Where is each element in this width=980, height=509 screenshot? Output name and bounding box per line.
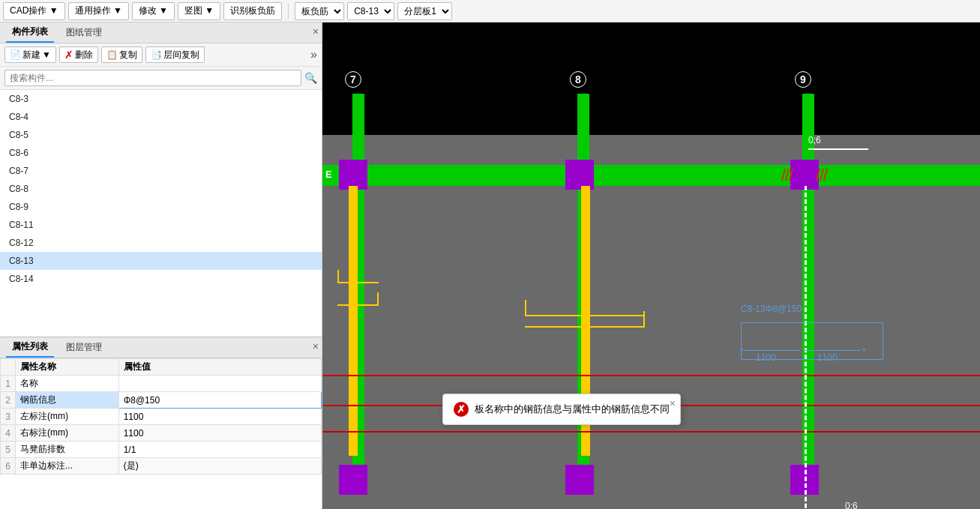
modify-btn[interactable]: 修改 ▼ bbox=[132, 2, 175, 20]
delete-label: 删除 bbox=[75, 49, 93, 61]
row-num-cell: 3 bbox=[1, 409, 16, 425]
table-row[interactable]: 4右标注(mm)1100 bbox=[1, 425, 322, 442]
error-icon: ✗ bbox=[454, 402, 469, 417]
prop-value-cell[interactable] bbox=[118, 376, 321, 392]
prop-name-cell: 名称 bbox=[16, 376, 119, 392]
search-input[interactable] bbox=[4, 70, 301, 86]
list-item[interactable]: C8-8 bbox=[0, 180, 322, 198]
tab-drawing-mgmt[interactable]: 图纸管理 bbox=[60, 23, 108, 42]
component-section-close[interactable]: × bbox=[313, 25, 319, 37]
purple-col-4 bbox=[339, 465, 367, 495]
cad-ops-btn[interactable]: CAD操作 ▼ bbox=[3, 2, 65, 20]
delete-icon: ✗ bbox=[64, 49, 73, 61]
component-toolbar: 📄 新建 ▼ ✗ 删除 📋 复制 📑 层间复制 » bbox=[0, 43, 322, 67]
divider1 bbox=[288, 4, 289, 19]
list-item[interactable]: C8-5 bbox=[0, 126, 322, 144]
table-row[interactable]: 2钢筋信息 bbox=[1, 392, 322, 409]
rebar-hook-1 bbox=[337, 270, 379, 283]
props-table: 属性名称 属性值 1名称2钢筋信息3左标注(mm)11004右标注(mm)110… bbox=[0, 358, 322, 509]
main-layout: 构件列表 图纸管理 × 📄 新建 ▼ ✗ 删除 📋 复制 bbox=[0, 22, 980, 509]
prop-value-input[interactable] bbox=[124, 395, 316, 406]
black-top-band bbox=[322, 22, 980, 135]
props-section-close[interactable]: × bbox=[313, 340, 319, 352]
modify-label: 修改 ▼ bbox=[139, 4, 168, 17]
floor-copy-btn[interactable]: 📑 层间复制 bbox=[145, 46, 205, 63]
axis-label-7: 7 bbox=[345, 71, 361, 88]
row-num-cell: 2 bbox=[1, 392, 16, 409]
general-ops-label: 通用操作 ▼ bbox=[75, 4, 122, 17]
cad-canvas: 7 8 9 bbox=[322, 22, 980, 509]
arrow-left-start: * bbox=[740, 346, 744, 357]
rebar-hook-2 bbox=[337, 292, 379, 306]
prop-name-cell: 非单边标注... bbox=[16, 458, 119, 475]
rebar-marks-1 bbox=[783, 169, 792, 181]
warning-dialog: ✗ 板名称中的钢筋信息与属性中的钢筋信息不同 × bbox=[442, 394, 681, 425]
recognize-btn[interactable]: 识别板负筋 bbox=[223, 2, 282, 20]
search-icon: 🔍 bbox=[304, 72, 317, 84]
new-component-btn[interactable]: 📄 新建 ▼ bbox=[4, 46, 56, 63]
search-row: 🔍 bbox=[0, 67, 322, 90]
prop-value-cell[interactable]: 1/1 bbox=[118, 442, 321, 458]
axis-label-9: 9 bbox=[795, 71, 811, 88]
arrow-right-end: * bbox=[862, 346, 866, 357]
list-item[interactable]: C8-14 bbox=[0, 270, 322, 288]
more-actions-btn[interactable]: » bbox=[310, 48, 317, 61]
rebar-type-select[interactable]: 板负筋 bbox=[295, 2, 344, 20]
col-value-header: 属性值 bbox=[118, 359, 321, 376]
rebar-hook-center-right bbox=[525, 311, 645, 328]
copy-component-btn[interactable]: 📋 复制 bbox=[101, 46, 142, 63]
list-item[interactable]: C8-7 bbox=[0, 162, 322, 180]
measure-line-right bbox=[805, 350, 861, 351]
row-num-cell: 6 bbox=[1, 458, 16, 475]
delete-component-btn[interactable]: ✗ 删除 bbox=[59, 46, 98, 63]
warning-close-btn[interactable]: × bbox=[670, 397, 676, 409]
green-beam-horizontal bbox=[322, 165, 980, 186]
cad-ops-label: CAD操作 ▼ bbox=[10, 4, 58, 17]
tab-layer-mgmt[interactable]: 图层管理 bbox=[60, 338, 108, 357]
table-row[interactable]: 5马凳筋排数1/1 bbox=[1, 442, 322, 458]
prop-name-cell: 左标注(mm) bbox=[16, 409, 119, 425]
tab-props-list[interactable]: 属性列表 bbox=[6, 337, 54, 358]
list-item[interactable]: C8-3 bbox=[0, 90, 322, 108]
list-item[interactable]: C8-6 bbox=[0, 144, 322, 162]
rebar-marks-2 bbox=[817, 169, 826, 181]
list-item[interactable]: C8-9 bbox=[0, 198, 322, 216]
list-item[interactable]: C8-4 bbox=[0, 108, 322, 126]
view-btn[interactable]: 竖图 ▼ bbox=[178, 2, 220, 20]
new-dropdown-icon: ▼ bbox=[42, 49, 51, 60]
annotation-06-bottom: 0;6 bbox=[845, 501, 858, 509]
list-item[interactable]: C8-13 bbox=[0, 252, 322, 270]
col-num-header bbox=[1, 359, 16, 376]
prop-value-cell[interactable]: 1100 bbox=[118, 409, 321, 425]
prop-name-cell: 马凳筋排数 bbox=[16, 442, 119, 458]
floor-select[interactable]: 分层板1 bbox=[397, 2, 452, 20]
prop-value-cell[interactable]: (是) bbox=[118, 458, 321, 475]
floor-copy-icon: 📑 bbox=[151, 49, 162, 60]
warning-message: 板名称中的钢筋信息与属性中的钢筋信息不同 bbox=[475, 403, 670, 416]
prop-value-cell[interactable]: 1100 bbox=[118, 425, 321, 442]
component-section-header: 构件列表 图纸管理 × bbox=[0, 22, 322, 43]
new-label: 新建 bbox=[22, 49, 40, 61]
prop-name-cell: 右标注(mm) bbox=[16, 425, 119, 442]
red-line-1 bbox=[322, 375, 980, 376]
props-section-header: 属性列表 图层管理 × bbox=[0, 337, 322, 358]
top-toolbar: CAD操作 ▼ 通用操作 ▼ 修改 ▼ 竖图 ▼ 识别板负筋 板负筋 C8-13… bbox=[0, 0, 980, 22]
general-ops-btn[interactable]: 通用操作 ▼ bbox=[68, 2, 129, 20]
copy-label: 复制 bbox=[119, 49, 137, 61]
left-panel: 构件列表 图纸管理 × 📄 新建 ▼ ✗ 删除 📋 复制 bbox=[0, 22, 322, 509]
purple-col-3 bbox=[790, 160, 819, 190]
annotation-06-top: 0;6 bbox=[808, 135, 821, 145]
table-row[interactable]: 3左标注(mm)1100 bbox=[1, 409, 322, 425]
table-row[interactable]: 6非单边标注...(是) bbox=[1, 458, 322, 475]
list-item[interactable]: C8-12 bbox=[0, 234, 322, 252]
table-row[interactable]: 1名称 bbox=[1, 376, 322, 392]
purple-col-2 bbox=[565, 160, 594, 190]
tab-component-list[interactable]: 构件列表 bbox=[6, 22, 54, 43]
yellow-beam-1 bbox=[349, 186, 358, 456]
row-num-cell: 5 bbox=[1, 442, 16, 458]
prop-value-cell[interactable] bbox=[118, 392, 321, 409]
component-select[interactable]: C8-13 bbox=[347, 2, 394, 20]
copy-icon: 📋 bbox=[106, 49, 118, 60]
floor-copy-label: 层间复制 bbox=[163, 49, 199, 61]
list-item[interactable]: C8-11 bbox=[0, 216, 322, 234]
